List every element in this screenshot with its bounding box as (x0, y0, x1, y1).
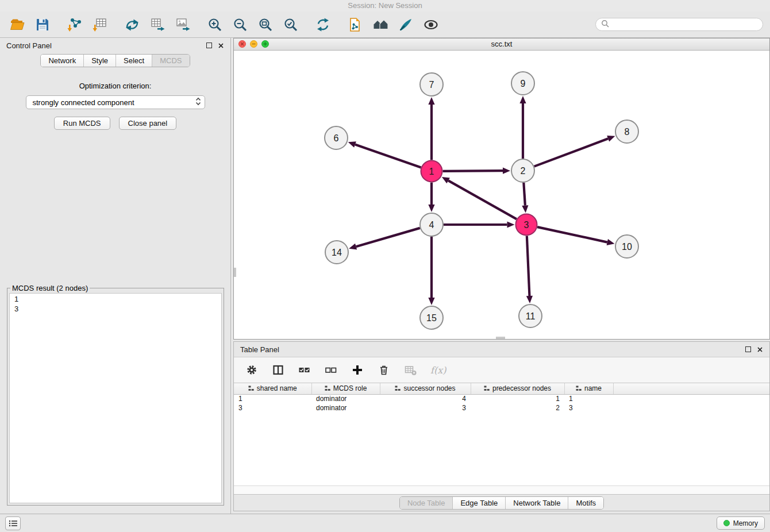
export-group (122, 14, 193, 35)
graph-node-7[interactable]: 7 (420, 73, 443, 96)
memory-button[interactable]: Memory (717, 516, 765, 530)
add-column-icon[interactable] (351, 363, 364, 377)
network-canvas[interactable]: 7968124314101511 (234, 51, 769, 339)
tab-select[interactable]: Select (116, 55, 152, 67)
close-table-panel-icon[interactable] (757, 346, 763, 353)
task-history-button[interactable] (5, 516, 21, 530)
select-all-icon[interactable] (298, 363, 311, 377)
run-mcds-button[interactable]: Run MCDS (54, 117, 110, 130)
table-cell[interactable]: 1 (234, 394, 311, 403)
table-horizontal-scrollbar[interactable] (234, 485, 769, 494)
table-row[interactable]: 1dominator411 (234, 394, 769, 403)
refresh-icon[interactable] (313, 14, 333, 35)
table-cell[interactable]: 3 (564, 403, 613, 413)
zoom-in-icon[interactable] (205, 14, 225, 35)
graph-edge-1-6[interactable] (355, 145, 421, 168)
graph-node-14[interactable]: 14 (325, 241, 348, 264)
graph-edge-4-14[interactable] (356, 228, 420, 246)
graph-edge-2-8[interactable] (534, 138, 609, 166)
graph-node-6[interactable]: 6 (325, 126, 348, 149)
column-header-filler (613, 383, 769, 394)
table-cell[interactable]: dominator (311, 403, 380, 413)
graph-edge-arrowhead (607, 136, 615, 141)
table-tab-node-table[interactable]: Node Table (400, 497, 453, 509)
table-cell[interactable]: 4 (380, 394, 471, 403)
graph-node-10[interactable]: 10 (615, 235, 638, 258)
zoom-window-icon[interactable] (261, 40, 269, 48)
show-columns-icon[interactable] (272, 363, 284, 377)
main-toolbar (0, 11, 770, 38)
table-cell[interactable]: 3 (234, 403, 311, 413)
table-cell[interactable]: 1 (471, 394, 564, 403)
graph-edge-3-1[interactable] (448, 180, 517, 219)
graph-node-2[interactable]: 2 (511, 159, 534, 182)
table-settings-icon[interactable] (245, 363, 258, 377)
table-cell[interactable]: dominator (311, 394, 380, 403)
tab-style[interactable]: Style (83, 55, 116, 67)
eye-icon[interactable] (421, 14, 441, 35)
table-tab-motifs[interactable]: Motifs (568, 497, 603, 509)
table-tabs: Node TableEdge TableNetwork TableMotifs (234, 494, 769, 511)
mcds-result-value: 3 (14, 304, 217, 314)
column-header-MCDS-role[interactable]: MCDS role (311, 383, 380, 394)
refresh-group (313, 14, 333, 35)
float-panel-icon[interactable] (206, 43, 212, 48)
horizontal-scroll-nub[interactable] (496, 337, 505, 339)
sort-icon (248, 385, 254, 393)
graph-node-9[interactable]: 9 (511, 72, 534, 95)
graph-node-1[interactable]: 1 (421, 161, 442, 182)
export-network-icon[interactable] (122, 14, 143, 35)
network-graph[interactable]: 7968124314101511 (234, 51, 769, 339)
float-table-panel-icon[interactable] (745, 346, 751, 352)
graph-edge-arrowhead (607, 239, 615, 245)
export-table-icon[interactable] (147, 14, 168, 35)
table-tab-edge-table[interactable]: Edge Table (452, 497, 505, 509)
import-table-icon[interactable] (90, 14, 110, 35)
function-builder-icon[interactable]: f(x) (430, 363, 446, 377)
close-window-icon[interactable] (238, 40, 246, 48)
graph-node-11[interactable]: 11 (519, 304, 542, 327)
column-header-successor-nodes[interactable]: successor nodes (380, 383, 471, 394)
import-network-icon[interactable] (64, 14, 85, 35)
clone-network-icon[interactable] (345, 14, 365, 35)
delete-table-icon[interactable] (404, 363, 417, 377)
save-session-icon[interactable] (32, 14, 53, 35)
search-box[interactable] (595, 18, 763, 31)
graph-edge-2-3[interactable] (523, 183, 525, 206)
home-icon[interactable] (370, 14, 391, 35)
table-row[interactable]: 3dominator323 (234, 403, 769, 413)
table-cell[interactable]: 3 (380, 403, 471, 413)
column-header-predecessor-nodes[interactable]: predecessor nodes (471, 383, 564, 394)
zoom-selected-icon[interactable] (280, 14, 301, 35)
network-window-titlebar[interactable]: scc.txt (234, 38, 769, 51)
minimize-window-icon[interactable] (250, 40, 257, 48)
graph-node-3[interactable]: 3 (516, 214, 537, 236)
graph-node-4[interactable]: 4 (420, 213, 443, 236)
column-header-name[interactable]: name (564, 383, 613, 394)
graph-edge-1-2[interactable] (442, 171, 503, 171)
table-cell[interactable]: 2 (471, 403, 564, 413)
graph-edge-3-11[interactable] (527, 236, 530, 296)
table-tab-network-table[interactable]: Network Table (505, 497, 568, 509)
graph-node-8[interactable]: 8 (615, 120, 638, 143)
tab-network[interactable]: Network (41, 55, 83, 67)
optimization-criterion-select[interactable]: strongly connected component (26, 95, 205, 109)
style-brush-icon[interactable] (395, 14, 416, 35)
graph-edge-3-10[interactable] (537, 227, 607, 242)
close-panel-icon[interactable] (218, 43, 224, 49)
column-header-shared-name[interactable]: shared name (234, 383, 311, 394)
deselect-all-icon[interactable] (325, 363, 337, 377)
zoom-fit-icon[interactable] (255, 14, 276, 35)
open-session-icon[interactable] (7, 14, 28, 35)
vertical-scroll-nub[interactable] (234, 268, 236, 277)
graph-node-15[interactable]: 15 (420, 306, 443, 329)
delete-column-icon[interactable] (378, 363, 390, 377)
tab-mcds[interactable]: MCDS (152, 55, 189, 67)
search-input[interactable] (611, 21, 757, 29)
table-cell[interactable]: 1 (564, 394, 613, 403)
mcds-result-list: 13 (9, 293, 222, 503)
export-image-icon[interactable] (172, 14, 193, 35)
zoom-out-icon[interactable] (230, 14, 251, 35)
close-panel-button[interactable]: Close panel (119, 117, 177, 130)
graph-edge-arrowhead (507, 221, 515, 228)
